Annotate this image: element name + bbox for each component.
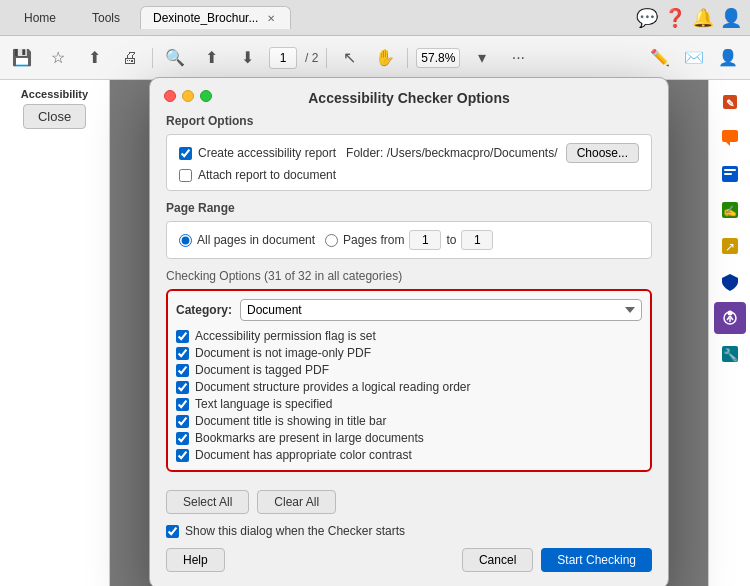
all-pages-row: All pages in document <box>179 233 315 247</box>
user-icon[interactable]: 👤 <box>714 44 742 72</box>
checks-list: Accessibility permission flag is set Doc… <box>176 329 642 462</box>
check-5-checkbox[interactable] <box>176 415 189 428</box>
upload-icon[interactable]: ⬆ <box>80 44 108 72</box>
svg-text:✍: ✍ <box>723 204 737 218</box>
pages-from-radio[interactable] <box>325 234 338 247</box>
check-7-checkbox[interactable] <box>176 449 189 462</box>
svg-rect-6 <box>724 173 732 175</box>
tab-close-button[interactable]: ✕ <box>264 11 278 25</box>
separator-3 <box>407 48 408 68</box>
tab-tools[interactable]: Tools <box>76 7 136 29</box>
tab-document[interactable]: Dexinote_Brochur... ✕ <box>140 6 291 29</box>
zoom-dropdown-icon[interactable]: ▾ <box>468 44 496 72</box>
separator-1 <box>152 48 153 68</box>
print-icon[interactable]: 🖨 <box>116 44 144 72</box>
check-2-label: Document is tagged PDF <box>195 363 329 377</box>
tab-home[interactable]: Home <box>8 7 72 29</box>
select-all-button[interactable]: Select All <box>166 490 249 514</box>
attach-report-row: Attach report to document <box>179 168 639 182</box>
choose-folder-button[interactable]: Choose... <box>566 143 639 163</box>
separator-2 <box>326 48 327 68</box>
select-clear-row: Select All Clear All <box>166 490 652 514</box>
comment-tool-icon[interactable] <box>714 122 746 154</box>
cancel-button[interactable]: Cancel <box>462 548 533 572</box>
protect-tool-icon[interactable] <box>714 266 746 298</box>
create-report-checkbox[interactable] <box>179 147 192 160</box>
close-traffic-light[interactable] <box>164 90 176 102</box>
all-pages-radio[interactable] <box>179 234 192 247</box>
create-report-label: Create accessibility report <box>198 146 336 160</box>
check-item-7: Document has appropriate color contrast <box>176 448 642 462</box>
traffic-lights <box>164 90 212 102</box>
category-label-text: Category: <box>176 303 232 317</box>
attach-report-checkbox[interactable] <box>179 169 192 182</box>
sidebar-panel: Accessibility Close <box>0 88 109 129</box>
annotation-icon[interactable]: ✏️ <box>646 44 674 72</box>
page-to-input[interactable] <box>461 230 493 250</box>
zoom-out-icon[interactable]: 🔍 <box>161 44 189 72</box>
check-0-label: Accessibility permission flag is set <box>195 329 376 343</box>
notification-icon[interactable]: 🔔 <box>692 7 714 29</box>
category-select[interactable]: Document <box>240 299 642 321</box>
check-1-checkbox[interactable] <box>176 347 189 360</box>
check-4-label: Text language is specified <box>195 397 332 411</box>
show-dialog-checkbox[interactable] <box>166 525 179 538</box>
close-sidebar-button[interactable]: Close <box>23 104 86 129</box>
dialog-titlebar: Accessibility Checker Options <box>150 78 668 114</box>
chat-icon[interactable]: 💬 <box>636 7 658 29</box>
page-number-input[interactable]: 1 <box>269 47 297 69</box>
pages-to-label: to <box>446 233 456 247</box>
help-icon[interactable]: ❓ <box>664 7 686 29</box>
category-box: Category: Document Accessibility permiss… <box>166 289 652 472</box>
help-button[interactable]: Help <box>166 548 225 572</box>
check-1-label: Document is not image-only PDF <box>195 346 371 360</box>
share-tool-icon[interactable]: ↗ <box>714 230 746 262</box>
more-icon[interactable]: ··· <box>504 44 532 72</box>
left-sidebar: Accessibility Close <box>0 80 110 586</box>
next-page-icon[interactable]: ⬇ <box>233 44 261 72</box>
select-icon[interactable]: ↖ <box>335 44 363 72</box>
avatar-icon[interactable]: 👤 <box>720 7 742 29</box>
check-0-checkbox[interactable] <box>176 330 189 343</box>
check-6-checkbox[interactable] <box>176 432 189 445</box>
svg-text:🔧: 🔧 <box>722 347 737 362</box>
page-from-input[interactable] <box>409 230 441 250</box>
hand-icon[interactable]: ✋ <box>371 44 399 72</box>
prev-page-icon[interactable]: ⬆ <box>197 44 225 72</box>
browser-tab-bar: Home Tools Dexinote_Brochur... ✕ 💬 ❓ 🔔 👤 <box>0 0 750 36</box>
check-4-checkbox[interactable] <box>176 398 189 411</box>
accessibility-checker-dialog: Accessibility Checker Options Report Opt… <box>149 77 669 586</box>
clear-all-button[interactable]: Clear All <box>257 490 336 514</box>
zoom-level[interactable]: 57.8% <box>416 48 460 68</box>
check-5-label: Document title is showing in title bar <box>195 414 386 428</box>
show-dialog-label: Show this dialog when the Checker starts <box>185 524 405 538</box>
action-buttons: Cancel Start Checking <box>462 548 652 572</box>
attach-report-label: Attach report to document <box>198 168 336 182</box>
svg-text:↗: ↗ <box>725 240 735 254</box>
check-3-checkbox[interactable] <box>176 381 189 394</box>
email-icon[interactable]: ✉️ <box>680 44 708 72</box>
pages-from-label: Pages from <box>343 233 404 247</box>
tools-tool-icon[interactable]: 🔧 <box>714 338 746 370</box>
tab-document-label: Dexinote_Brochur... <box>153 11 258 25</box>
minimize-traffic-light[interactable] <box>182 90 194 102</box>
check-item-0: Accessibility permission flag is set <box>176 329 642 343</box>
edit-tool-icon[interactable]: ✎ <box>714 86 746 118</box>
report-options-label: Report Options <box>166 114 652 128</box>
folder-path: Folder: /Users/beckmacpro/Documents/ <box>346 146 557 160</box>
pages-from-row: Pages from to <box>325 230 493 250</box>
check-2-checkbox[interactable] <box>176 364 189 377</box>
form-tool-icon[interactable] <box>714 158 746 190</box>
sign-tool-icon[interactable]: ✍ <box>714 194 746 226</box>
accessibility-tool-icon[interactable] <box>714 302 746 334</box>
bookmark-icon[interactable]: ☆ <box>44 44 72 72</box>
check-item-3: Document structure provides a logical re… <box>176 380 642 394</box>
dialog-title: Accessibility Checker Options <box>308 90 510 106</box>
svg-rect-2 <box>722 130 738 142</box>
all-pages-label: All pages in document <box>197 233 315 247</box>
svg-marker-3 <box>726 142 730 146</box>
maximize-traffic-light[interactable] <box>200 90 212 102</box>
save-icon[interactable]: 💾 <box>8 44 36 72</box>
start-checking-button[interactable]: Start Checking <box>541 548 652 572</box>
main-toolbar: 💾 ☆ ⬆ 🖨 🔍 ⬆ ⬇ 1 / 2 ↖ ✋ 57.8% ▾ ··· ✏️ ✉… <box>0 36 750 80</box>
